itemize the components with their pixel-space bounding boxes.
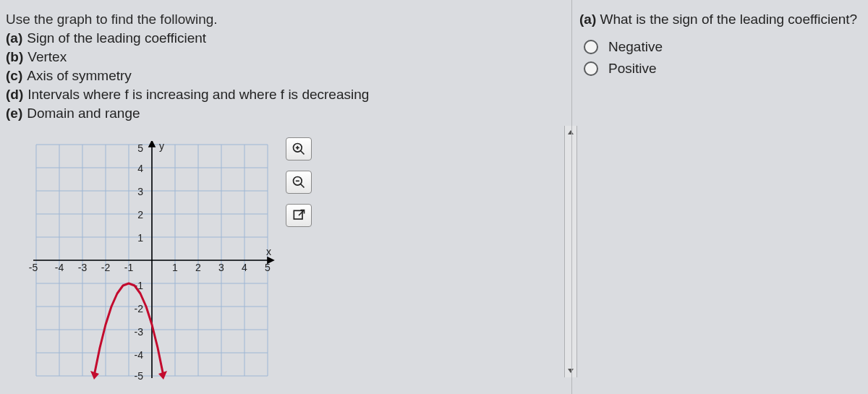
option-positive[interactable]: Positive — [584, 58, 859, 80]
graph-toolbar — [286, 137, 312, 227]
svg-text:-3: -3 — [78, 262, 88, 273]
zoom-out-button[interactable] — [286, 171, 312, 194]
svg-text:1: 1 — [137, 232, 143, 244]
part-text: Intervals where f is increasing and wher… — [27, 85, 369, 104]
zoom-in-icon — [292, 142, 306, 156]
radio-icon — [584, 40, 598, 54]
part-letter: (b) — [6, 48, 23, 67]
part-letter: (a) — [6, 29, 22, 48]
answer-letter: (a) — [579, 12, 596, 27]
axis-label-x: x — [266, 246, 271, 257]
popout-button[interactable] — [286, 204, 312, 227]
zoom-in-button[interactable] — [286, 137, 312, 160]
svg-text:-2: -2 — [135, 303, 144, 314]
svg-text:2: 2 — [137, 209, 143, 220]
svg-text:1: 1 — [172, 262, 178, 273]
graph-container: y x 5 4 3 2 1 -1 -2 -3 -4 -5 -5 -4 -3 -2… — [29, 141, 275, 380]
svg-text:2: 2 — [195, 262, 201, 273]
part-letter: (d) — [6, 85, 23, 104]
part-text: Sign of the leading coefficient — [27, 29, 206, 48]
part-text: Axis of symmetry — [27, 67, 132, 85]
part-letter: (e) — [6, 104, 22, 123]
svg-marker-24 — [149, 141, 155, 147]
svg-text:-4: -4 — [55, 262, 64, 273]
svg-text:3: 3 — [218, 262, 224, 273]
svg-line-53 — [301, 184, 305, 188]
svg-text:4: 4 — [242, 262, 247, 273]
answer-question: (a) What is the sign of the leading coef… — [579, 10, 859, 29]
svg-text:-3: -3 — [135, 326, 144, 338]
part-text: Domain and range — [27, 104, 140, 123]
question-part-e: (e) Domain and range — [6, 104, 564, 123]
question-panel: Use the graph to find the following. (a)… — [0, 0, 571, 394]
zoom-out-icon — [292, 175, 306, 189]
radio-icon — [584, 61, 598, 76]
option-label: Negative — [608, 36, 663, 58]
svg-text:5: 5 — [265, 262, 271, 273]
svg-text:-1: -1 — [124, 262, 134, 273]
svg-text:-2: -2 — [101, 262, 111, 273]
question-part-b: (b) Vertex — [6, 48, 564, 67]
question-intro: Use the graph to find the following. — [6, 10, 564, 29]
svg-rect-55 — [294, 210, 302, 219]
part-letter: (c) — [6, 67, 22, 85]
question-part-d: (d) Intervals where f is increasing and … — [6, 85, 564, 104]
svg-text:4: 4 — [137, 163, 143, 174]
answer-panel: (a) What is the sign of the leading coef… — [571, 0, 868, 394]
popout-icon — [292, 208, 306, 223]
svg-text:3: 3 — [137, 186, 143, 197]
part-text: Vertex — [27, 48, 67, 67]
question-part-c: (c) Axis of symmetry — [6, 67, 564, 85]
svg-text:-5: -5 — [135, 370, 144, 380]
question-part-a: (a) Sign of the leading coefficient — [6, 29, 564, 48]
parabola-chart: y x 5 4 3 2 1 -1 -2 -3 -4 -5 -5 -4 -3 -2… — [29, 141, 275, 380]
svg-text:5: 5 — [137, 142, 143, 154]
svg-text:-4: -4 — [135, 349, 144, 361]
answer-text: What is the sign of the leading coeffici… — [600, 12, 858, 27]
svg-text:-5: -5 — [29, 262, 38, 273]
option-negative[interactable]: Negative — [584, 36, 859, 58]
axis-label-y: y — [159, 141, 164, 152]
svg-line-49 — [301, 151, 305, 155]
option-label: Positive — [608, 58, 657, 80]
